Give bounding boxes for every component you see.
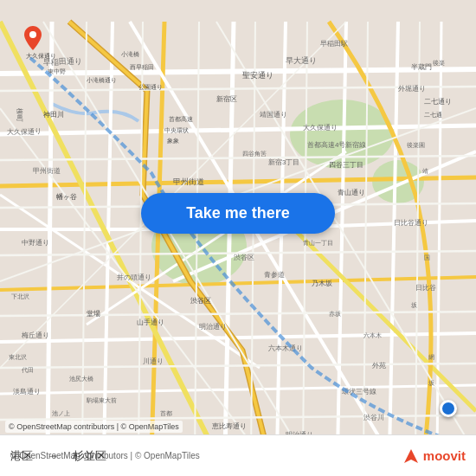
moovit-brand: moovit <box>423 448 466 463</box>
svg-text:六本木通り: 六本木通り <box>268 344 303 352</box>
svg-text:川通り: 川通り <box>143 357 164 365</box>
svg-text:外苑: 外苑 <box>372 362 386 370</box>
svg-text:日比谷: 日比谷 <box>415 284 436 292</box>
svg-text:二七通り: 二七通り <box>424 98 452 106</box>
svg-text:東北沢: 東北沢 <box>9 354 27 360</box>
moovit-icon <box>402 447 420 465</box>
svg-text:四谷角筈: 四谷角筈 <box>242 151 267 157</box>
svg-text:神田川: 神田川 <box>43 111 64 119</box>
svg-text:早稲田駅: 早稲田駅 <box>320 40 348 48</box>
svg-text:甲州街道: 甲州街道 <box>173 177 204 186</box>
svg-text:半蔵門: 半蔵門 <box>411 63 432 71</box>
svg-text:梅丘通り: 梅丘通り <box>21 331 49 339</box>
svg-text:渋谷区: 渋谷区 <box>190 297 211 305</box>
map-container: 早稲田通り 早大通り 早稲田駅 大久保通り 大久保通り 神田川 甲州街道 甲州街… <box>0 0 476 476</box>
svg-marker-115 <box>404 449 418 463</box>
start-pin <box>24 26 42 50</box>
svg-text:中央環状: 中央環状 <box>164 127 189 133</box>
moovit-logo: moovit <box>402 447 466 465</box>
svg-text:外堀通り: 外堀通り <box>398 85 426 93</box>
route-arrow: → <box>47 449 59 463</box>
svg-text:公園通り: 公園通り <box>138 84 163 91</box>
svg-text:下北沢: 下北沢 <box>11 293 29 299</box>
svg-text:坂: 坂 <box>410 302 417 308</box>
svg-text:大久保通り: 大久保通り <box>303 124 338 132</box>
svg-text:聖安通り: 聖安通り <box>242 71 273 80</box>
from-location: 港区 <box>10 448 33 464</box>
svg-point-114 <box>29 31 36 38</box>
end-pin <box>440 400 457 417</box>
svg-text:小滝橋: 小滝橋 <box>121 51 139 57</box>
svg-text:甲州街道: 甲州街道 <box>33 167 61 175</box>
svg-text:柳町: 柳町 <box>16 108 23 122</box>
svg-text:青参道: 青参道 <box>264 271 285 279</box>
svg-text:青山通り: 青山通り <box>338 189 365 196</box>
svg-text:西早稲田: 西早稲田 <box>130 64 154 70</box>
svg-text:大久保通り: 大久保通り <box>7 127 42 136</box>
svg-text:山手通り: 山手通り <box>137 318 164 326</box>
svg-text:国: 国 <box>424 254 430 261</box>
svg-text:靖: 靖 <box>422 168 428 174</box>
svg-text:六本木: 六本木 <box>363 332 382 338</box>
map-attribution: © OpenStreetMap contributors | © OpenMap… <box>5 421 183 433</box>
svg-text:堂場: 堂場 <box>87 310 100 318</box>
svg-text:渋谷区: 渋谷区 <box>234 254 254 261</box>
svg-text:後楽園: 後楽園 <box>407 142 425 148</box>
svg-text:淡島通り: 淡島通り <box>13 388 41 396</box>
svg-text:池尻大橋: 池尻大橋 <box>69 376 93 382</box>
svg-text:象象: 象象 <box>167 138 179 144</box>
svg-text:幡ヶ谷: 幡ヶ谷 <box>56 193 77 201</box>
svg-text:青山一丁目: 青山一丁目 <box>303 240 333 246</box>
svg-text:代田: 代田 <box>21 367 34 373</box>
bottom-bar: © OpenStreetMap contributors | © OpenMap… <box>0 434 476 476</box>
svg-text:赤坂: 赤坂 <box>329 311 341 317</box>
svg-text:後楽: 後楽 <box>433 60 445 66</box>
svg-text:乃木坂: 乃木坂 <box>312 280 332 287</box>
svg-text:首都高速4号新宿線: 首都高速4号新宿線 <box>307 141 366 149</box>
take-me-there-button[interactable]: Take me there <box>141 193 335 234</box>
svg-text:日比谷通り: 日比谷通り <box>394 219 428 227</box>
svg-text:網: 網 <box>428 354 434 360</box>
svg-text:渋谷川: 渋谷川 <box>363 414 384 421</box>
svg-text:早大通り: 早大通り <box>286 56 317 65</box>
svg-text:二七通: 二七通 <box>424 112 442 118</box>
svg-text:四谷三丁目: 四谷三丁目 <box>329 161 363 169</box>
svg-text:池ノ上: 池ノ上 <box>52 410 70 416</box>
svg-text:恵比寿通り: 恵比寿通り <box>211 422 247 430</box>
svg-text:新宿3丁目: 新宿3丁目 <box>268 158 299 166</box>
svg-text:小滝橋通り: 小滝橋通り <box>87 77 117 84</box>
svg-text:駒場東大前: 駒場東大前 <box>86 397 117 404</box>
svg-text:靖国通り: 靖国通り <box>260 111 287 119</box>
svg-text:新宿区: 新宿区 <box>216 95 237 103</box>
svg-text:首都高速: 首都高速 <box>169 116 193 122</box>
to-location: 杉並区 <box>73 448 106 464</box>
svg-text:首都: 首都 <box>160 410 172 416</box>
svg-text:中野通り: 中野通り <box>22 239 49 247</box>
svg-text:坂: 坂 <box>428 380 434 386</box>
svg-text:明治通り: 明治通り <box>199 323 227 331</box>
svg-text:井の頭通り: 井の頭通り <box>117 273 151 281</box>
